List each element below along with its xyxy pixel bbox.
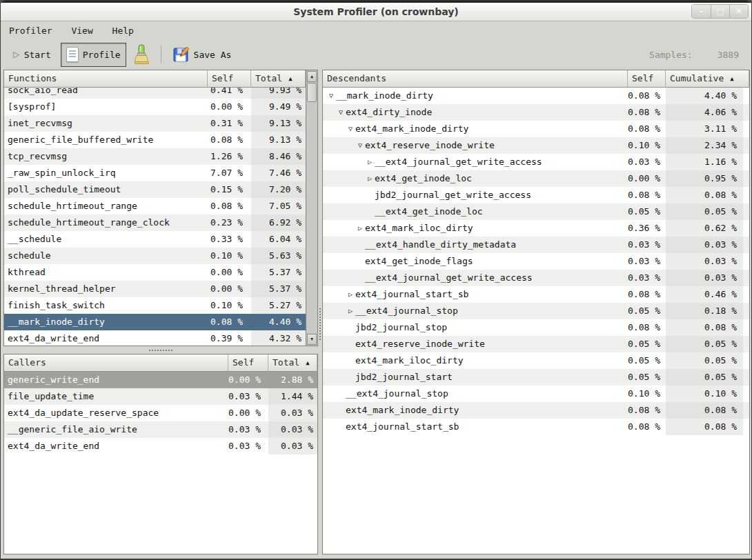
expander-collapsed-icon[interactable]: ▷ xyxy=(346,303,355,319)
callers-total-column-header[interactable]: Total▲ xyxy=(268,354,317,372)
cell-self-percent: 0.10 % xyxy=(208,248,247,264)
tree-row[interactable]: ▷ext4_mark_iloc_dirty0.36 %0.62 % xyxy=(323,220,749,237)
tree-row[interactable]: __ext4_journal_get_write_access0.03 %0.0… xyxy=(323,270,749,286)
titlebar[interactable]: System Profiler (on crownbay) – □ ✕ xyxy=(1,3,751,21)
cell-function-name: finish_task_switch xyxy=(4,297,208,314)
tree-row[interactable]: jbd2_journal_get_write_access0.08 %0.08 … xyxy=(323,187,749,203)
table-row[interactable]: generic_file_buffered_write0.08 %9.13 % xyxy=(4,132,306,148)
cell-function-name: generic_write_end xyxy=(4,372,228,388)
expander-expanded-icon[interactable]: ▽ xyxy=(355,137,365,154)
tree-row[interactable]: ext4_get_inode_flags0.03 %0.03 % xyxy=(323,253,749,270)
expander-collapsed-icon[interactable]: ▷ xyxy=(365,154,375,170)
cell-cumulative-percent: 0.18 % xyxy=(666,303,743,319)
cell-total-percent: 5.27 % xyxy=(251,297,306,314)
table-row[interactable]: ext4_da_write_end0.39 %4.32 % xyxy=(4,330,306,346)
tree-row[interactable]: __ext4_handle_dirty_metadata0.03 %0.03 % xyxy=(323,237,749,253)
descendants-column-header[interactable]: Descendants xyxy=(323,70,628,88)
table-row[interactable]: ext4_da_update_reserve_space0.00 %0.03 % xyxy=(4,405,317,421)
descendants-cumulative-column-header[interactable]: Cumulative▲ xyxy=(666,70,749,88)
functions-column-header[interactable]: Functions xyxy=(4,70,208,88)
tree-row[interactable]: ext4_reserve_inode_write0.05 %0.05 % xyxy=(323,336,749,352)
tree-row[interactable]: ▷ext4_get_inode_loc0.00 %0.95 % xyxy=(323,170,749,187)
total-column-label: Total xyxy=(255,73,282,83)
tree-row[interactable]: ▷ext4_journal_start_sb0.08 %0.46 % xyxy=(323,286,749,303)
table-row[interactable]: _raw_spin_unlock_irq7.07 %7.46 % xyxy=(4,165,306,181)
minimize-button[interactable]: – xyxy=(692,5,711,18)
expander-expanded-icon[interactable]: ▽ xyxy=(326,88,336,104)
tree-row[interactable]: ext4_journal_start_sb0.08 %0.08 % xyxy=(323,419,749,435)
tree-row[interactable]: ext4_mark_inode_dirty0.08 %0.08 % xyxy=(323,402,749,419)
expander-collapsed-icon[interactable]: ▷ xyxy=(346,286,355,303)
table-row[interactable]: finish_task_switch0.10 %5.27 % xyxy=(4,297,306,314)
expander-expanded-icon[interactable]: ▽ xyxy=(346,121,355,137)
table-row[interactable]: schedule_hrtimeout_range0.08 %7.05 % xyxy=(4,198,306,214)
save-as-button[interactable]: Save As xyxy=(168,43,237,67)
table-row[interactable]: inet_recvmsg0.31 %9.13 % xyxy=(4,115,306,132)
tree-row[interactable]: __ext4_journal_stop0.10 %0.10 % xyxy=(323,386,749,402)
start-button[interactable]: ▷ Start xyxy=(8,43,57,67)
scroll-up-button[interactable]: ▲ xyxy=(307,71,317,82)
table-row[interactable]: generic_write_end0.00 %2.88 % xyxy=(4,372,317,388)
functions-self-column-header[interactable]: Self xyxy=(208,70,251,88)
tree-row[interactable]: ▷__ext4_journal_stop0.05 %0.18 % xyxy=(323,303,749,319)
cell-cumulative-percent: 2.34 % xyxy=(666,137,743,154)
table-row[interactable]: __schedule0.33 %6.04 % xyxy=(4,231,306,248)
maximize-button[interactable]: □ xyxy=(711,5,729,18)
horizontal-splitter[interactable] xyxy=(3,346,318,354)
menu-view[interactable]: View xyxy=(71,21,92,40)
expander-collapsed-icon[interactable]: ▷ xyxy=(355,220,365,237)
cell-function-name: ▷__ext4_journal_stop xyxy=(323,303,628,319)
table-row[interactable]: schedule0.10 %5.63 % xyxy=(4,248,306,264)
window-controls: – □ ✕ xyxy=(691,4,749,19)
tree-row[interactable]: jbd2_journal_stop0.08 %0.08 % xyxy=(323,319,749,336)
close-button[interactable]: ✕ xyxy=(729,5,748,18)
table-row[interactable]: __generic_file_aio_write0.03 %0.03 % xyxy=(4,421,317,438)
cell-total-percent: 7.46 % xyxy=(251,165,306,181)
callers-self-column-header[interactable]: Self xyxy=(228,354,268,372)
table-row[interactable]: [sysprof]0.00 %9.49 % xyxy=(4,99,306,115)
cell-self-percent: 0.08 % xyxy=(628,88,661,104)
expander-expanded-icon[interactable]: ▽ xyxy=(336,104,346,121)
tree-row[interactable]: ▷__ext4_journal_get_write_access0.03 %1.… xyxy=(323,154,749,170)
tree-row[interactable]: ▽ext4_reserve_inode_write0.10 %2.34 % xyxy=(323,137,749,154)
functions-total-column-header[interactable]: Total▲ xyxy=(251,70,306,88)
table-row[interactable]: ext4_da_write_end0.03 %0.03 % xyxy=(4,438,317,454)
table-row[interactable]: file_update_time0.03 %1.44 % xyxy=(4,388,317,405)
cell-function-name: schedule_hrtimeout_range xyxy=(4,198,208,214)
cell-self-percent: 0.05 % xyxy=(628,336,661,352)
reset-button[interactable] xyxy=(128,43,155,67)
cell-cumulative-percent: 0.05 % xyxy=(666,369,743,386)
table-row[interactable]: sock_aio_read0.41 %9.93 % xyxy=(4,88,306,99)
callers-column-header[interactable]: Callers xyxy=(4,354,228,372)
menu-help[interactable]: Help xyxy=(112,21,134,40)
toolbar: ▷ Start Profile xyxy=(1,40,751,69)
tree-row[interactable]: ▽ext4_mark_inode_dirty0.08 %3.11 % xyxy=(323,121,749,137)
profile-toggle-button[interactable]: Profile xyxy=(61,43,126,67)
table-row[interactable]: kernel_thread_helper0.00 %5.37 % xyxy=(4,281,306,297)
scroll-down-button[interactable]: ▼ xyxy=(307,334,317,345)
table-row[interactable]: schedule_hrtimeout_range_clock0.23 %6.92… xyxy=(4,214,306,231)
table-row[interactable]: kthread0.00 %5.37 % xyxy=(4,264,306,281)
expander-collapsed-icon[interactable]: ▷ xyxy=(365,170,375,187)
scrollbar-thumb[interactable] xyxy=(307,83,317,102)
cell-function-name: _raw_spin_unlock_irq xyxy=(4,165,208,181)
tree-row[interactable]: ▽__mark_inode_dirty0.08 %4.40 % xyxy=(323,88,749,104)
table-row[interactable]: tcp_recvmsg1.26 %8.46 % xyxy=(4,148,306,165)
cell-total-percent: 0.03 % xyxy=(268,405,317,421)
descendants-self-column-header[interactable]: Self xyxy=(628,70,666,88)
tree-row[interactable]: __ext4_get_inode_loc0.05 %0.05 % xyxy=(323,203,749,220)
menu-profiler[interactable]: Profiler xyxy=(9,21,52,40)
cell-cumulative-percent: 0.03 % xyxy=(666,253,743,270)
tree-row[interactable]: ext4_mark_iloc_dirty0.05 %0.05 % xyxy=(323,352,749,369)
cell-total-percent: 4.32 % xyxy=(251,330,306,346)
cell-self-percent: 0.08 % xyxy=(628,402,661,419)
cell-cumulative-percent: 0.08 % xyxy=(666,187,743,203)
cell-self-percent: 0.05 % xyxy=(628,369,661,386)
tree-row[interactable]: ▽ext4_dirty_inode0.08 %4.06 % xyxy=(323,104,749,121)
descendants-table-header: Descendants Self Cumulative▲ xyxy=(323,70,749,88)
tree-row[interactable]: jbd2_journal_start0.05 %0.05 % xyxy=(323,369,749,386)
functions-scrollbar[interactable]: ▲ ▼ xyxy=(306,70,317,346)
table-row[interactable]: poll_schedule_timeout0.15 %7.20 % xyxy=(4,181,306,198)
callers-column-label: Callers xyxy=(8,357,46,368)
table-row[interactable]: __mark_inode_dirty0.08 %4.40 % xyxy=(4,314,306,330)
